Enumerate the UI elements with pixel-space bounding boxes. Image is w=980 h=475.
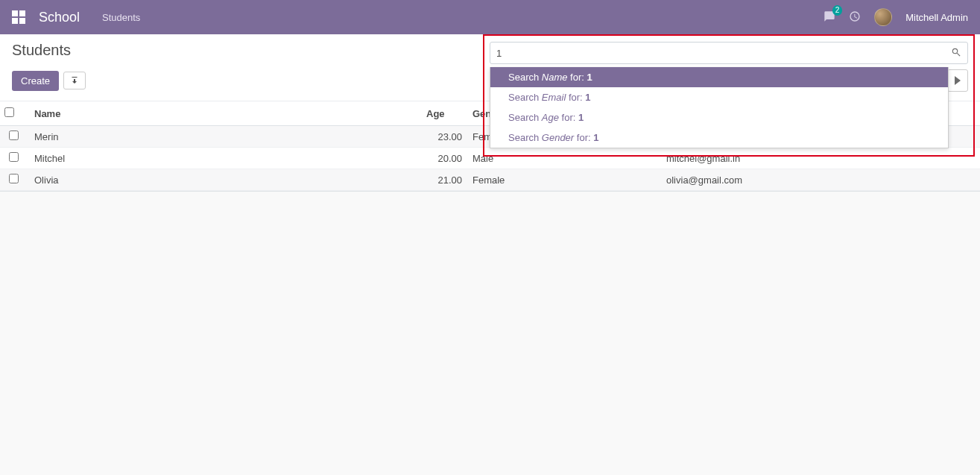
select-all-checkbox[interactable] xyxy=(4,107,14,117)
table-row[interactable]: Olivia21.00Femaleolivia@gmail.com xyxy=(0,169,980,191)
notification-badge: 2 xyxy=(832,5,843,16)
chevron-right-icon xyxy=(955,76,961,85)
cell-gender: Male xyxy=(467,148,660,169)
row-checkbox[interactable] xyxy=(9,130,19,140)
table-row[interactable]: Mitchel20.00Malemitchel@gmail.in xyxy=(0,148,980,169)
cell-email: olivia@gmail.com xyxy=(660,169,980,191)
user-name[interactable]: Mitchell Admin xyxy=(905,12,968,23)
activity-icon[interactable] xyxy=(849,10,861,25)
search-autocomplete: Search Name for: 1Search Email for: 1Sea… xyxy=(490,67,949,148)
import-button[interactable] xyxy=(63,72,86,89)
select-all-header xyxy=(0,101,27,126)
page-title: Students xyxy=(12,42,71,59)
apps-icon[interactable] xyxy=(12,10,25,24)
cell-gender: Female xyxy=(467,169,660,191)
search-suggestion[interactable]: Search Email for: 1 xyxy=(490,87,948,107)
col-header-age[interactable]: Age xyxy=(422,101,467,126)
search-input[interactable] xyxy=(496,48,951,59)
control-panel: Students Create Search Name for: 1Search… xyxy=(0,34,980,101)
cell-age: 23.00 xyxy=(422,126,467,148)
pager-next-button[interactable] xyxy=(947,69,968,92)
cell-name: Olivia xyxy=(27,169,422,191)
search-suggestion[interactable]: Search Age for: 1 xyxy=(490,107,948,128)
cell-email: mitchel@gmail.in xyxy=(660,148,980,169)
cell-age: 21.00 xyxy=(422,169,467,191)
nav-menu-students[interactable]: Students xyxy=(102,12,140,23)
user-avatar[interactable] xyxy=(874,8,892,26)
search-icon[interactable] xyxy=(951,47,961,60)
col-header-name[interactable]: Name xyxy=(27,101,422,126)
top-navbar: School Students 2 Mitchell Admin xyxy=(0,0,980,34)
download-icon xyxy=(70,76,79,85)
cell-name: Mitchel xyxy=(27,148,422,169)
messaging-icon[interactable]: 2 xyxy=(823,10,835,25)
search-input-wrap[interactable] xyxy=(490,42,968,64)
search-suggestion[interactable]: Search Gender for: 1 xyxy=(490,128,948,148)
app-brand[interactable]: School xyxy=(39,10,80,25)
create-button[interactable]: Create xyxy=(12,71,59,91)
cell-age: 20.00 xyxy=(422,148,467,169)
row-checkbox[interactable] xyxy=(9,152,19,162)
cell-name: Merin xyxy=(27,126,422,148)
search-zone: Search Name for: 1Search Email for: 1Sea… xyxy=(490,42,968,64)
search-suggestion[interactable]: Search Name for: 1 xyxy=(490,67,948,87)
row-checkbox[interactable] xyxy=(9,174,19,183)
